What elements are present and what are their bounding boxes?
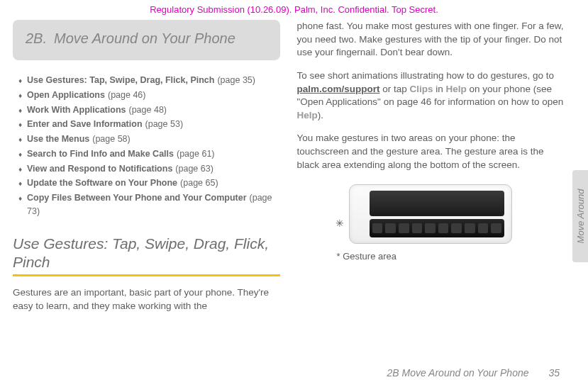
- diamond-icon: ⬧: [13, 191, 27, 204]
- toc-label: Work With Applications: [27, 105, 126, 115]
- footer-title: 2B Move Around on Your Phone: [387, 367, 528, 378]
- section-title: Move Around on Your Phone: [54, 30, 267, 47]
- toc-label: Search to Find Info and Make Calls: [27, 149, 174, 159]
- subsection-heading: Use Gestures: Tap, Swipe, Drag, Flick, P…: [13, 235, 280, 272]
- paragraph: phone fast. You make most gestures with …: [297, 20, 565, 60]
- table-of-contents: ⬧Use Gestures: Tap, Swipe, Drag, Flick, …: [13, 73, 280, 219]
- phone-screen: [370, 191, 504, 216]
- toc-label: Use the Menus: [27, 134, 89, 144]
- toc-item[interactable]: ⬧Use Gestures: Tap, Swipe, Drag, Flick, …: [13, 73, 280, 88]
- toc-label: Use Gestures: Tap, Swipe, Drag, Flick, P…: [27, 75, 214, 85]
- toc-item[interactable]: ⬧Update the Software on Your Phone(page …: [13, 176, 280, 191]
- diamond-icon: ⬧: [13, 176, 27, 189]
- callout-asterisk: ✳: [335, 218, 344, 229]
- support-link[interactable]: palm.com/support: [297, 84, 380, 94]
- toc-page: (page 63): [172, 164, 213, 174]
- section-header: 2B. Move Around on Your Phone: [13, 20, 280, 60]
- right-column: phone fast. You make most gestures with …: [297, 20, 565, 359]
- page-footer: 2B Move Around on Your Phone 35: [387, 367, 560, 378]
- toc-label: Enter and Save Information: [27, 119, 143, 129]
- phone-figure: ✳: [349, 184, 512, 244]
- ui-ref-help: Help: [297, 110, 318, 120]
- toc-item[interactable]: ⬧Use the Menus(page 58): [13, 132, 280, 147]
- toc-label: View and Respond to Notifications: [27, 164, 172, 174]
- diamond-icon: ⬧: [13, 133, 27, 145]
- toc-item[interactable]: ⬧Copy Files Between Your Phone and Your …: [13, 191, 280, 219]
- toc-label: Copy Files Between Your Phone and Your C…: [27, 193, 247, 203]
- page-columns: 2B. Move Around on Your Phone ⬧Use Gestu…: [13, 20, 564, 359]
- toc-label: Open Applications: [27, 90, 105, 100]
- ui-ref-clips: Clips: [410, 84, 433, 94]
- side-tab-label: Move Around: [575, 189, 586, 244]
- toc-page: (page 48): [126, 105, 167, 115]
- intro-paragraph: Gestures are an important, basic part of…: [13, 286, 280, 313]
- toc-item[interactable]: ⬧Work With Applications(page 48): [13, 103, 280, 118]
- ui-ref-help: Help: [446, 84, 467, 94]
- toc-page: (page 35): [214, 75, 255, 85]
- heading-rule: [13, 274, 280, 276]
- paragraph: To see short animations illustrating how…: [297, 69, 565, 123]
- toc-label: Update the Software on Your Phone: [27, 178, 177, 188]
- diamond-icon: ⬧: [13, 74, 27, 86]
- phone-illustration: ✳: [349, 184, 512, 244]
- page-number: 35: [548, 367, 560, 378]
- toc-page: (page 46): [105, 90, 146, 100]
- toc-page: (page 65): [177, 178, 218, 188]
- toc-item[interactable]: ⬧Search to Find Info and Make Calls(page…: [13, 147, 280, 162]
- diamond-icon: ⬧: [13, 118, 27, 130]
- text-run: or tap: [380, 84, 410, 94]
- toc-item[interactable]: ⬧Enter and Save Information(page 53): [13, 117, 280, 132]
- text-run: in: [433, 84, 446, 94]
- diamond-icon: ⬧: [13, 162, 27, 175]
- confidential-banner: Regulatory Submission (10.26.09). Palm, …: [0, 4, 588, 15]
- phone-keyboard: [372, 223, 501, 233]
- toc-page: (page 61): [174, 149, 215, 159]
- toc-item[interactable]: ⬧Open Applications(page 46): [13, 88, 280, 103]
- toc-item[interactable]: ⬧View and Respond to Notifications(page …: [13, 162, 280, 176]
- toc-page: (page 58): [89, 134, 131, 144]
- paragraph: You make gestures in two areas on your p…: [297, 132, 565, 172]
- toc-page: (page 53): [143, 119, 184, 129]
- diamond-icon: ⬧: [13, 103, 27, 116]
- diamond-icon: ⬧: [13, 89, 27, 101]
- figure-caption: * Gesture area: [337, 251, 565, 262]
- diamond-icon: ⬧: [13, 147, 27, 160]
- section-number: 2B.: [26, 30, 47, 47]
- text-run: ).: [318, 110, 323, 120]
- side-tab: Move Around: [572, 170, 588, 262]
- left-column: 2B. Move Around on Your Phone ⬧Use Gestu…: [13, 20, 280, 359]
- text-run: To see short animations illustrating how…: [297, 70, 554, 81]
